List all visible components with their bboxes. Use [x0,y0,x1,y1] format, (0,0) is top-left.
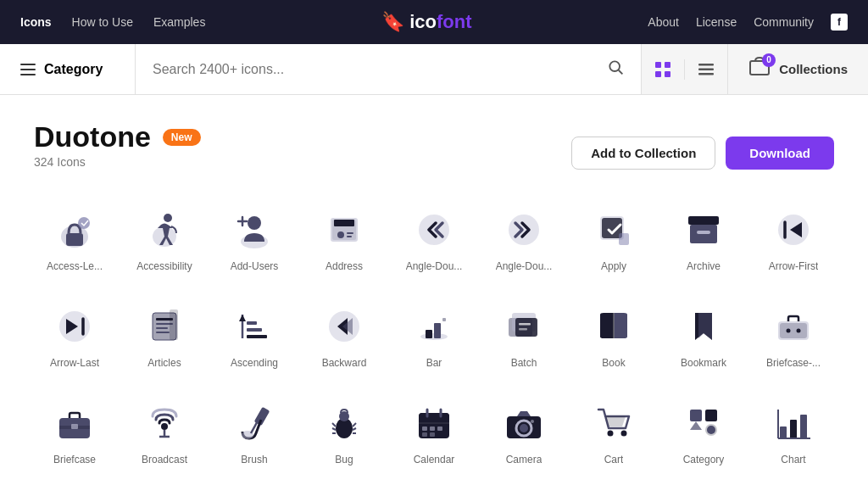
icon-item-brush[interactable]: Brush [214,387,295,476]
download-button[interactable]: Download [726,137,834,170]
icon-visual-category [682,401,726,445]
main-nav: Icons How to Use Examples 🔖 icofont Abou… [0,0,868,44]
search-input[interactable] [153,62,607,77]
category-button[interactable]: Category [0,44,136,94]
icon-label-access-le: Access-Le... [47,260,103,272]
icon-label-angle-dou-right: Angle-Dou... [496,260,553,272]
svg-line-77 [353,423,356,426]
icon-label-cart: Cart [604,454,624,465]
icon-visual-bug [322,401,366,445]
svg-line-75 [332,428,336,430]
icon-label-bookmark: Bookmark [681,357,726,369]
svg-rect-41 [156,327,168,329]
icon-item-batch[interactable]: Batch [483,291,565,379]
icon-label-broadcast: Broadcast [142,454,187,465]
action-buttons: Add to Collection Download [571,137,834,170]
icon-item-add-users[interactable]: Add-Users [214,194,295,282]
view-controls [641,44,728,94]
grid-view-button[interactable] [642,44,684,94]
svg-rect-60 [780,323,807,338]
icon-label-calendar: Calendar [414,454,455,465]
icon-label-batch: Batch [511,357,537,369]
icon-label-book: Book [602,357,625,369]
collections-button[interactable]: 0 Collections [728,44,868,94]
icon-item-angle-dou-right[interactable]: Angle-Dou... [483,194,565,282]
svg-rect-29 [619,233,629,245]
icon-item-ascending[interactable]: Ascending [214,291,295,379]
icon-item-articles[interactable]: Articles [124,291,205,379]
icon-visual-apply [592,208,636,252]
svg-line-78 [353,428,356,430]
toolbar: Category [0,44,868,95]
svg-rect-56 [519,323,531,326]
icon-visual-briefcase-dots [771,304,815,348]
icon-label-briefcase: Briefcase [53,454,96,465]
svg-rect-42 [156,332,170,333]
icon-visual-cart [592,401,636,445]
main-content: Duotone New 324 Icons Add to Collection … [0,95,868,485]
svg-rect-104 [800,415,807,438]
icon-item-cart[interactable]: Cart [573,387,654,476]
icon-item-briefcase-dots[interactable]: Briefcase-... [753,291,834,379]
icon-label-apply: Apply [601,260,626,272]
page-header: Duotone New 324 Icons Add to Collection … [34,120,834,186]
icon-item-book[interactable]: Book [573,291,654,379]
nav-right: About License Community f [648,14,848,31]
icon-visual-access-le [53,208,97,252]
icon-label-backward: Backward [322,357,367,369]
icon-visual-batch [502,304,546,348]
add-collection-button[interactable]: Add to Collection [571,137,715,170]
nav-howto-link[interactable]: How to Use [72,15,133,29]
icon-visual-briefcase [53,401,97,445]
icon-item-address[interactable]: Address [303,194,385,282]
icon-label-archive: Archive [687,260,721,272]
icon-item-chart[interactable]: Chart [753,387,834,476]
icon-item-bar[interactable]: Bar [393,291,475,379]
svg-rect-32 [697,231,710,234]
icon-item-apply[interactable]: Apply [573,194,654,282]
svg-rect-47 [247,321,257,325]
icon-visual-bookmark [682,304,726,348]
icon-item-camera[interactable]: Camera [483,387,565,476]
cart-icon-wrapper: 0 [748,57,771,82]
icon-item-category[interactable]: Category [663,387,744,476]
icon-label-category: Category [683,454,725,465]
svg-rect-4 [655,71,661,77]
search-button[interactable] [607,59,624,80]
nav-community-link[interactable]: Community [754,15,814,29]
svg-rect-45 [247,335,267,338]
icon-item-broadcast[interactable]: Broadcast [124,387,205,476]
icon-item-access-le[interactable]: Access-Le... [34,194,115,282]
icon-item-briefcase[interactable]: Briefcase [34,387,115,476]
icon-visual-calendar [412,401,456,445]
icon-item-bookmark[interactable]: Bookmark [663,291,744,379]
facebook-link[interactable]: f [831,14,848,31]
svg-point-26 [509,215,539,245]
icon-label-ascending: Ascending [231,357,278,369]
icon-visual-broadcast [142,401,186,445]
svg-rect-65 [71,424,78,429]
icon-visual-backward [322,304,366,348]
icon-item-backward[interactable]: Backward [303,291,385,379]
nav-examples-link[interactable]: Examples [153,15,205,29]
nav-about-link[interactable]: About [648,15,679,29]
nav-icons-link[interactable]: Icons [20,15,52,29]
icon-label-briefcase-dots: Briefcase-... [766,357,821,369]
icon-visual-ascending [232,304,276,348]
svg-rect-8 [698,73,714,75]
svg-line-1 [619,70,623,75]
nav-license-link[interactable]: License [696,15,737,29]
svg-point-61 [787,329,791,333]
icon-item-angle-dou-left[interactable]: Angle-Dou... [393,194,475,282]
icon-item-arrow-first[interactable]: Arrow-First [753,194,834,282]
svg-rect-24 [347,236,352,237]
icon-item-accessibility[interactable]: Accessibility [124,194,205,282]
icon-item-bug[interactable]: Bug [303,387,385,476]
icon-item-arrow-last[interactable]: Arrow-Last [34,291,115,379]
list-view-button[interactable] [685,44,727,94]
icon-item-archive[interactable]: Archive [663,194,744,282]
icon-label-bar: Bar [426,357,442,369]
icon-item-calendar[interactable]: Calendar [393,387,475,476]
svg-rect-52 [442,318,446,321]
svg-rect-11 [66,233,83,246]
